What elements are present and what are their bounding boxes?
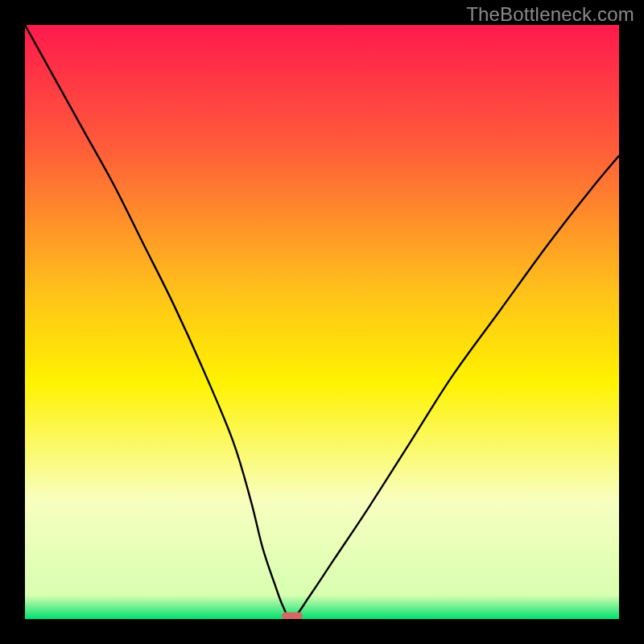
plot-area	[25, 25, 619, 619]
chart-frame: TheBottleneck.com	[0, 0, 644, 644]
optimal-marker	[282, 613, 303, 620]
curve-layer	[25, 25, 619, 619]
watermark-text: TheBottleneck.com	[466, 3, 634, 26]
bottleneck-curve	[25, 25, 619, 619]
